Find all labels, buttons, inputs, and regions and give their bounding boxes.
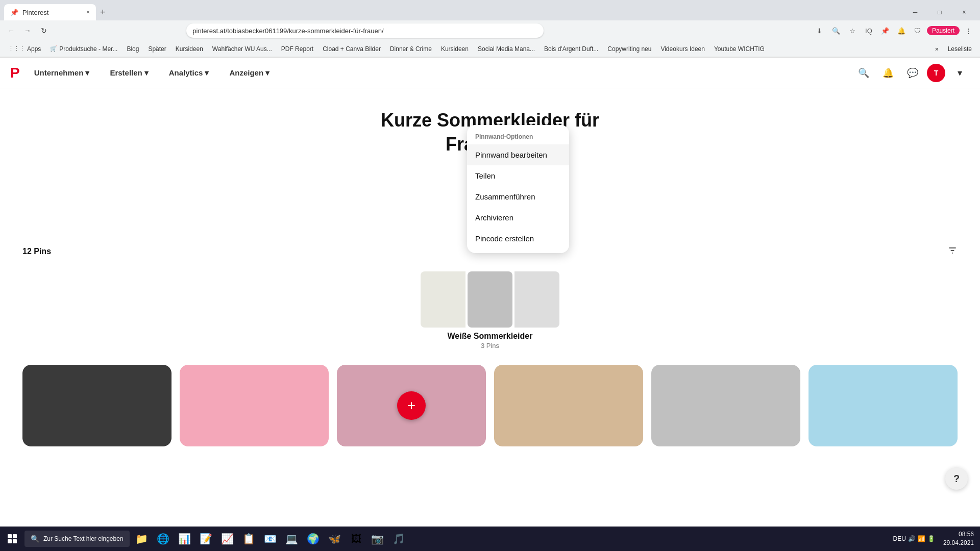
bookmarks-more-btn[interactable]: » [931,44,943,54]
anzeigen-label: Anzeigen [229,68,263,77]
taskbar-edge2[interactable]: 🦋 [325,529,345,549]
back-btn[interactable]: ← [4,23,18,38]
pinterest-logo[interactable]: P [10,65,20,81]
bookmark-blog[interactable]: Blog [122,44,143,54]
subcategory-weisse[interactable]: Weiße Sommerkleider 3 Pins [421,271,559,349]
taskbar-excel2[interactable]: 📈 [217,529,238,549]
user-avatar[interactable]: T [927,64,945,82]
pin-card-2[interactable] [180,365,329,446]
extension-btn3[interactable]: 🔔 [894,23,909,38]
apps-icon: ⋮⋮⋮ [8,45,25,52]
star-btn[interactable]: ☆ [845,23,860,38]
taskbar-excel[interactable]: 📊 [175,529,195,549]
add-pin-btn[interactable]: + [397,391,426,420]
tab-close-btn[interactable]: × [86,9,90,16]
taskbar-sys: DEU 🔊 📶 🔋 [889,535,939,542]
reading-list-btn[interactable]: Leseliste [944,44,976,54]
bookmark-bois[interactable]: Bois d'Argent Duft... [540,44,602,54]
pin-card-1[interactable] [22,365,172,446]
bookmark-copy[interactable]: Copywriting neu [603,44,655,54]
pin-card-6[interactable] [808,365,958,446]
zoom-btn[interactable]: 🔍 [829,23,843,38]
bookmark-kursideen1[interactable]: Kursideen [172,44,207,54]
bookmark-produktsuche[interactable]: 🛒 Produktsuche - Mer... [46,44,121,54]
taskbar-powerpoint[interactable]: 📋 [239,529,259,549]
pinterest-nav: P Unternehmen ▾ Erstellen ▾ Analytics ▾ … [0,58,980,88]
search-btn[interactable]: 🔍 [853,63,874,83]
refresh-btn[interactable]: ↻ [37,23,51,38]
filter-btn[interactable] [947,245,958,258]
bookmark-dinner[interactable]: Dinner & Crime [386,44,436,54]
nav-anzeigen[interactable]: Anzeigen ▾ [223,64,276,82]
active-tab[interactable]: 📌 Pinterest × [4,4,96,20]
bookmarks-more-icon: » [935,45,939,53]
extension-btn4[interactable]: 🛡 [911,23,925,38]
pin-card-3[interactable]: + [337,365,486,446]
extension-iq[interactable]: IQ [862,23,876,38]
bookmark-social-label: Social Media Mana... [478,45,535,53]
bookmark-kursideen2-label: Kursideen [441,45,469,53]
bookmark-video-label: Videokurs Ideen [660,45,705,53]
maximize-btn[interactable]: □ [928,4,951,20]
analytics-arrow: ▾ [205,68,209,78]
bookmark-social[interactable]: Social Media Mana... [474,44,539,54]
tab-favicon: 📌 [10,9,18,16]
subcategory-section: Weiße Sommerkleider 3 Pins [10,266,970,355]
tab-bar: 📌 Pinterest × + ─ □ × [0,0,980,20]
bookmark-pdf[interactable]: PDF Report [277,44,317,54]
settings-btn[interactable]: ⋮ [962,23,976,38]
bookmark-spaeter[interactable]: Später [144,44,170,54]
pins-count: 12 Pins [22,247,51,256]
taskbar-terminal[interactable]: 💻 [282,529,302,549]
dropdown-item-teilen[interactable]: Teilen [467,165,569,186]
erstellen-label: Erstellen [110,68,142,77]
taskbar-chrome[interactable]: 🌍 [303,529,324,549]
sub-img-1 [421,271,465,328]
avatar-dropdown-btn[interactable]: ▾ [949,63,970,83]
taskbar-photos2[interactable]: 📷 [368,529,388,549]
taskbar-file-explorer[interactable]: 📁 [132,529,152,549]
bookmark-wahlfaecher-label: Wahlfächer WU Aus... [212,45,272,53]
nav-erstellen[interactable]: Erstellen ▾ [104,64,154,82]
bookmark-canva[interactable]: Cload + Canva Bilder [318,44,385,54]
taskbar-edge[interactable]: 🌐 [153,529,174,549]
dropdown-item-zusammenfuehren[interactable]: Zusammenführen [467,186,569,207]
clock-date: 29.04.2021 [943,539,974,547]
address-bar: ← → ↻ ⬇ 🔍 ☆ IQ 📌 🔔 🛡 Pausiert ⋮ [0,20,980,41]
forward-btn[interactable]: → [20,23,35,38]
bookmark-spaeter-label: Später [148,45,166,53]
nav-analytics[interactable]: Analytics ▾ [163,64,215,82]
dropdown-item-pincode[interactable]: Pincode erstellen [467,228,569,249]
messages-btn[interactable]: 💬 [902,63,923,83]
start-btn[interactable] [2,529,22,549]
address-input[interactable] [186,23,544,38]
bookmark-video[interactable]: Videokurs Ideen [656,44,709,54]
svg-rect-3 [8,534,12,538]
download-btn[interactable]: ⬇ [813,23,827,38]
taskbar-search[interactable]: 🔍 Zur Suche Text hier eingeben [24,531,130,547]
bookmark-apps[interactable]: ⋮⋮⋮ Apps [4,44,45,54]
bookmark-wahlfaecher[interactable]: Wahlfächer WU Aus... [208,44,276,54]
bookmark-youtube[interactable]: Youtube WICHTIG [710,44,769,54]
minimize-btn[interactable]: ─ [903,4,927,20]
bookmark-kursideen2[interactable]: Kursideen [437,44,473,54]
svg-rect-4 [13,534,17,538]
close-btn[interactable]: × [952,4,976,20]
unternehmen-arrow: ▾ [85,68,89,78]
taskbar-photos[interactable]: 🖼 [346,529,366,549]
taskbar-spotify[interactable]: 🎵 [389,529,409,549]
new-tab-btn[interactable]: + [96,5,110,20]
taskbar-outlook[interactable]: 📧 [260,529,281,549]
taskbar-word[interactable]: 📝 [196,529,216,549]
svg-rect-5 [8,539,12,543]
dropdown-item-archivieren[interactable]: Archivieren [467,207,569,228]
extension-btn2[interactable]: 📌 [878,23,892,38]
help-btn[interactable]: ? [945,467,968,490]
bookmark-blog-label: Blog [127,45,139,53]
browser-profile-btn[interactable]: Pausiert [927,26,960,35]
pin-card-4[interactable] [494,365,643,446]
dropdown-item-bearbeiten[interactable]: Pinnwand bearbeiten [467,144,569,165]
nav-unternehmen[interactable]: Unternehmen ▾ [28,64,96,82]
pin-card-5[interactable] [651,365,800,446]
notifications-btn[interactable]: 🔔 [878,63,898,83]
